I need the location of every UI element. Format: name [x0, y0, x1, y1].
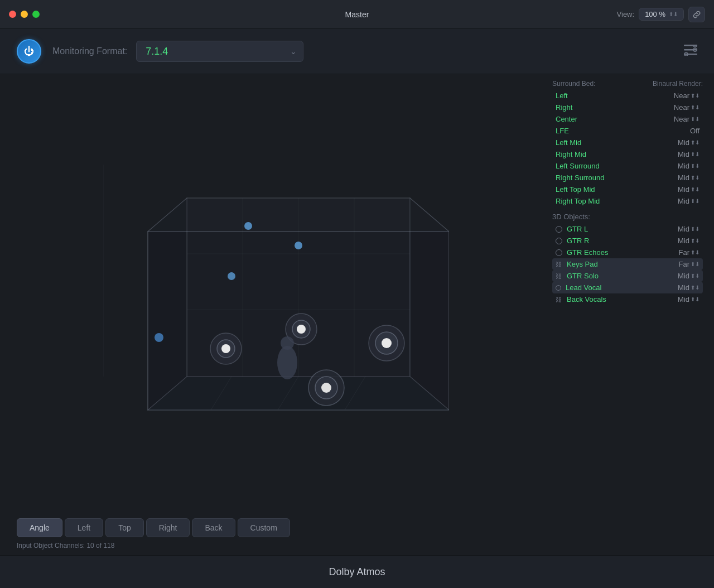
obj-stepper-gtr-echoes[interactable]: ⬆⬇	[691, 249, 699, 256]
svg-point-36	[321, 383, 331, 393]
obj-value-keys-pad: Far	[669, 260, 689, 268]
view-label: View:	[617, 10, 635, 18]
channel-value-right: Near	[669, 103, 689, 112]
obj-stepper-gtr-r[interactable]: ⬆⬇	[691, 238, 699, 244]
obj-row-gtr-r: GTR R Mid ⬆⬇	[552, 235, 703, 247]
obj-indicator-gtr-solo: ⛓	[556, 273, 562, 279]
3d-visualization	[103, 165, 449, 432]
svg-point-33	[382, 338, 392, 348]
obj-row-gtr-solo: ⛓ GTR Solo Mid ⬆⬇	[552, 270, 703, 282]
channel-value-right-top-mid: Mid	[669, 197, 689, 205]
close-button[interactable]	[9, 11, 16, 18]
obj-value-gtr-solo: Mid	[669, 272, 689, 280]
channel-name-left-mid: Left Mid	[556, 138, 669, 147]
obj-name-back-vocals: Back Vocals	[567, 295, 669, 303]
view-btn-angle[interactable]: Angle	[17, 518, 62, 537]
svg-point-23	[228, 272, 235, 280]
view-buttons: Angle Left Top Right Back Custom	[17, 518, 536, 537]
surround-channels-list: Left Near ⬆⬇ Right Near ⬆⬇ Center Near ⬆…	[552, 90, 703, 207]
view-btn-custom[interactable]: Custom	[238, 518, 290, 537]
obj-indicator-gtr-echoes	[556, 249, 562, 256]
channel-name-center: Center	[556, 115, 669, 123]
channel-value-left-mid: Mid	[669, 138, 689, 147]
view-control[interactable]: 100 % ⬆⬇	[639, 8, 684, 21]
view-btn-back[interactable]: Back	[192, 518, 235, 537]
channel-row-left-mid: Left Mid Mid ⬆⬇	[552, 137, 703, 148]
svg-point-27	[221, 344, 230, 353]
obj-stepper-keys-pad[interactable]: ⬆⬇	[691, 261, 699, 267]
power-icon: ⏻	[24, 46, 34, 57]
obj-stepper-gtr-solo[interactable]: ⬆⬇	[691, 273, 699, 279]
bottom-bar: Dolby Atmos	[0, 555, 714, 588]
view-btn-top[interactable]: Top	[105, 518, 144, 537]
monitoring-label: Monitoring Format:	[52, 46, 127, 56]
title-bar-controls: View: 100 % ⬆⬇	[617, 7, 705, 22]
channel-row-lfe: LFE Off	[552, 125, 703, 137]
obj-row-keys-pad: ⛓ Keys Pad Far ⬆⬇	[552, 258, 703, 270]
channel-row-right-mid: Right Mid Mid ⬆⬇	[552, 148, 703, 160]
channel-stepper-left[interactable]: ⬆⬇	[691, 93, 699, 99]
channel-row-right-top-mid: Right Top Mid Mid ⬆⬇	[552, 195, 703, 207]
app-title: Dolby Atmos	[329, 566, 385, 578]
window-title: Master	[345, 10, 369, 19]
channel-row-right: Right Near ⬆⬇	[552, 102, 703, 113]
svg-point-30	[297, 325, 306, 334]
channel-stepper-left-mid[interactable]: ⬆⬇	[691, 139, 699, 146]
obj-indicator-gtr-r	[556, 238, 562, 244]
obj-indicator-lead-vocal	[556, 285, 561, 291]
maximize-button[interactable]	[32, 11, 40, 18]
minimize-button[interactable]	[21, 11, 28, 18]
input-channels-info: Input Object Channels: 10 of 118	[17, 542, 536, 550]
obj-row-lead-vocal: Lead Vocal Mid ⬆⬇	[552, 282, 703, 293]
channel-name-left-top-mid: Left Top Mid	[556, 185, 669, 194]
viz-container	[17, 85, 536, 512]
channel-row-left-top-mid: Left Top Mid Mid ⬆⬇	[552, 184, 703, 195]
channel-name-right: Right	[556, 103, 669, 112]
channel-stepper-left-top-mid[interactable]: ⬆⬇	[691, 186, 699, 192]
obj-stepper-lead-vocal[interactable]: ⬆⬇	[691, 285, 699, 291]
channel-row-right-surround: Right Surround Mid ⬆⬇	[552, 172, 703, 184]
channel-stepper-left-surround[interactable]: ⬆⬇	[691, 163, 699, 169]
obj-name-gtr-l: GTR L	[567, 225, 669, 233]
monitoring-format-select[interactable]: 7.1.4	[136, 41, 303, 62]
channel-name-lfe: LFE	[556, 127, 679, 135]
channel-stepper-right-surround[interactable]: ⬆⬇	[691, 175, 699, 181]
obj-row-back-vocals: ⛓ Back Vocals Mid ⬆⬇	[552, 293, 703, 305]
channel-value-lfe: Off	[679, 127, 699, 135]
channel-row-left-surround: Left Surround Mid ⬆⬇	[552, 160, 703, 172]
svg-point-37	[277, 346, 297, 379]
obj-value-gtr-l: Mid	[669, 225, 689, 233]
monitoring-row: Monitoring Format: 7.1.4 ⌄	[52, 41, 303, 62]
link-button[interactable]	[688, 7, 705, 22]
viz-section: Angle Left Top Right Back Custom Input O…	[0, 74, 547, 555]
channel-stepper-right-top-mid[interactable]: ⬆⬇	[691, 198, 699, 204]
channel-stepper-center[interactable]: ⬆⬇	[691, 116, 699, 122]
channel-value-left: Near	[669, 91, 689, 100]
view-btn-left[interactable]: Left	[65, 518, 103, 537]
svg-point-22	[295, 242, 302, 249]
obj-value-back-vocals: Mid	[669, 295, 689, 303]
obj-indicator-keys-pad: ⛓	[556, 261, 562, 268]
menu-icon-btn[interactable]	[684, 45, 697, 58]
view-value: 100 %	[645, 10, 665, 18]
channel-stepper-right-mid[interactable]: ⬆⬇	[691, 151, 699, 157]
channel-name-left: Left	[556, 91, 669, 100]
view-btn-right[interactable]: Right	[146, 518, 190, 537]
channel-value-right-mid: Mid	[669, 150, 689, 158]
power-button[interactable]: ⏻	[17, 39, 41, 64]
channel-name-right-top-mid: Right Top Mid	[556, 197, 669, 205]
obj-name-keys-pad: Keys Pad	[567, 260, 669, 268]
obj-stepper-gtr-l[interactable]: ⬆⬇	[691, 226, 699, 232]
svg-rect-2	[684, 54, 697, 55]
monitoring-format-wrapper[interactable]: 7.1.4 ⌄	[136, 41, 303, 62]
obj-value-gtr-echoes: Far	[669, 248, 689, 257]
obj-stepper-back-vocals[interactable]: ⬆⬇	[691, 296, 699, 302]
objects-list: GTR L Mid ⬆⬇ GTR R Mid ⬆⬇ GTR Echoes Far…	[552, 223, 703, 305]
channel-stepper-right[interactable]: ⬆⬇	[691, 104, 699, 110]
view-stepper-icon[interactable]: ⬆⬇	[669, 11, 678, 17]
channel-row-center: Center Near ⬆⬇	[552, 113, 703, 125]
obj-name-lead-vocal: Lead Vocal	[566, 283, 669, 292]
channel-value-right-surround: Mid	[669, 173, 689, 182]
input-channels-label: Input Object Channels: 10 of 118	[17, 542, 114, 550]
channel-value-center: Near	[669, 115, 689, 123]
